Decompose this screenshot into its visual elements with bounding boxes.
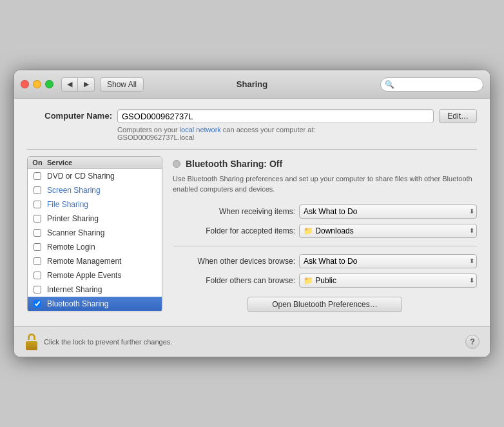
edit-button[interactable]: Edit… <box>439 109 477 123</box>
service-name-bluetooth: Bluetooth Sharing <box>47 299 162 308</box>
lock-body <box>26 341 37 350</box>
close-button[interactable] <box>21 80 29 88</box>
service-name-remote-mgmt: Remote Management <box>47 257 162 266</box>
computer-name-sub: Computers on your local network can acce… <box>117 126 477 141</box>
lock-shackle <box>28 333 35 340</box>
service-checkbox-remote-login[interactable] <box>34 243 41 251</box>
folder-accepted-row: Folder for accepted items: 📁 Downloads 📁… <box>173 224 477 238</box>
folder-browse-select[interactable]: 📁 Public 📁 Desktop 📁 Documents <box>299 273 477 288</box>
service-name-printer: Printer Sharing <box>47 214 162 223</box>
list-item[interactable]: DVD or CD Sharing <box>28 169 162 183</box>
window-title: Sharing <box>237 79 267 89</box>
list-item[interactable]: Scanner Sharing <box>28 226 162 240</box>
service-checkbox-file[interactable] <box>34 201 41 208</box>
service-list-container: On Service DVD or CD Sharing Screen Shar… <box>27 156 162 312</box>
service-checkbox-internet[interactable] <box>34 286 41 293</box>
minimize-button[interactable] <box>33 80 41 88</box>
folder-browse-label: Folder others can browse: <box>173 276 295 285</box>
main-content: Computer Name: Edit… Computers on your l… <box>14 99 490 319</box>
titlebar: ◀ ▶ Show All Sharing 🔍 <box>14 70 490 99</box>
bluetooth-indicator <box>173 160 180 168</box>
browse-select-wrapper: Ask What to Do Always Allow Never Allow … <box>299 254 477 268</box>
bluetooth-description: Use Bluetooth Sharing preferences and se… <box>173 174 477 194</box>
folder-browse-select-wrapper: 📁 Public 📁 Desktop 📁 Documents ⬍ <box>299 273 477 288</box>
folder-browse-row: Folder others can browse: 📁 Public 📁 Des… <box>173 273 477 288</box>
list-item[interactable]: Printer Sharing <box>28 212 162 226</box>
service-name-file: File Sharing <box>47 200 162 209</box>
folder-accepted-label: Folder for accepted items: <box>173 226 295 235</box>
service-name-dvd: DVD or CD Sharing <box>47 172 162 181</box>
service-list: DVD or CD Sharing Screen Sharing File Sh… <box>28 169 162 311</box>
search-box: 🔍 <box>380 77 483 92</box>
list-item[interactable]: Internet Sharing <box>28 283 162 297</box>
lock-button[interactable] <box>24 333 39 350</box>
service-checkbox-remote-events[interactable] <box>34 272 41 279</box>
col-service-header: Service <box>47 159 162 166</box>
service-name-remote-login: Remote Login <box>47 243 162 252</box>
forward-button[interactable]: ▶ <box>78 77 95 92</box>
service-checkbox-remote-mgmt[interactable] <box>34 257 41 265</box>
service-checkbox-bluetooth[interactable] <box>34 300 41 308</box>
open-bluetooth-prefs-button[interactable]: Open Bluetooth Preferences… <box>247 297 402 312</box>
service-checkbox-scanner[interactable] <box>34 229 41 237</box>
list-item[interactable]: Remote Login <box>28 240 162 254</box>
list-item-bluetooth[interactable]: Bluetooth Sharing <box>28 297 162 311</box>
service-name-remote-events: Remote Apple Events <box>47 271 162 280</box>
maximize-button[interactable] <box>45 80 53 88</box>
col-on-header: On <box>28 159 47 166</box>
computer-name-label: Computer Name: <box>44 111 112 121</box>
folder-accepted-select[interactable]: 📁 Downloads 📁 Desktop 📁 Documents <box>299 224 477 238</box>
traffic-lights <box>21 80 53 88</box>
list-item[interactable]: Screen Sharing <box>28 183 162 197</box>
service-name-screen: Screen Sharing <box>47 186 162 195</box>
list-item[interactable]: File Sharing <box>28 197 162 212</box>
search-input[interactable] <box>380 77 483 92</box>
service-checkbox-dvd[interactable] <box>34 172 41 180</box>
back-button[interactable]: ◀ <box>61 77 78 92</box>
search-icon: 🔍 <box>385 80 394 89</box>
service-name-internet: Internet Sharing <box>47 285 162 294</box>
receiving-label: When receiving items: <box>173 207 295 216</box>
nav-buttons: ◀ ▶ <box>61 77 95 92</box>
list-item[interactable]: Remote Management <box>28 254 162 268</box>
sharing-window: ◀ ▶ Show All Sharing 🔍 Computer Name: Ed… <box>14 70 490 357</box>
bluetooth-panel: Bluetooth Sharing: Off Use Bluetooth Sha… <box>170 156 477 312</box>
folder-accepted-select-wrapper: 📁 Downloads 📁 Desktop 📁 Documents ⬍ <box>299 224 477 238</box>
two-col-layout: On Service DVD or CD Sharing Screen Shar… <box>27 149 477 312</box>
receiving-select[interactable]: Ask What to Do Accept and Save Accept an… <box>299 204 477 219</box>
show-all-button[interactable]: Show All <box>100 77 144 92</box>
service-name-scanner: Scanner Sharing <box>47 228 162 237</box>
bluetooth-status-title: Bluetooth Sharing: Off <box>186 159 282 169</box>
help-button[interactable]: ? <box>465 335 480 349</box>
bottom-bar: Click the lock to prevent further change… <box>14 326 490 357</box>
computer-name-input[interactable] <box>117 109 434 123</box>
service-checkbox-screen[interactable] <box>34 186 41 194</box>
receiving-items-row: When receiving items: Ask What to Do Acc… <box>173 204 477 219</box>
receiving-select-wrapper: Ask What to Do Accept and Save Accept an… <box>299 204 477 219</box>
computer-name-section: Computer Name: Edit… Computers on your l… <box>27 109 477 141</box>
local-network-link[interactable]: local network <box>180 126 221 134</box>
browse-row: When other devices browse: Ask What to D… <box>173 254 477 268</box>
browse-select[interactable]: Ask What to Do Always Allow Never Allow <box>299 254 477 268</box>
browse-label: When other devices browse: <box>173 257 295 266</box>
list-item[interactable]: Remote Apple Events <box>28 268 162 283</box>
service-list-header: On Service <box>28 157 162 169</box>
computer-name-right: Edit… Computers on your local network ca… <box>117 109 477 141</box>
bluetooth-status-row: Bluetooth Sharing: Off <box>173 159 477 169</box>
service-checkbox-printer[interactable] <box>34 215 41 223</box>
lock-label: Click the lock to prevent further change… <box>44 338 465 346</box>
divider <box>173 246 477 246</box>
